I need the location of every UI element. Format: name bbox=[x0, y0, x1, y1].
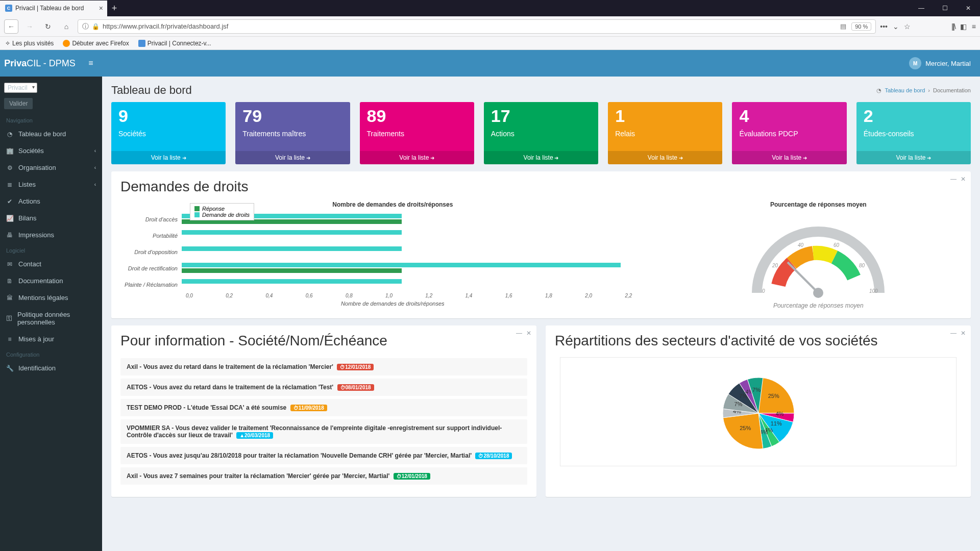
notification-item[interactable]: AETOS - Vous avez du retard dans le trai… bbox=[120, 379, 527, 396]
privacil-icon bbox=[138, 40, 145, 47]
bar-series-1 bbox=[182, 279, 402, 284]
stat-cards-row: 9 Sociétés Voir la liste 79 Traitements … bbox=[102, 102, 980, 171]
legend-swatch bbox=[194, 206, 200, 211]
sidebar-item-actions[interactable]: ✔Actions bbox=[0, 193, 102, 210]
reader-icon[interactable]: ▤ bbox=[840, 22, 846, 30]
minimize-button[interactable]: — bbox=[910, 0, 933, 16]
close-icon[interactable]: ✕ bbox=[526, 330, 531, 337]
sidebar-item-contact[interactable]: ✉Contact bbox=[0, 256, 102, 272]
back-button[interactable]: ← bbox=[4, 19, 18, 34]
sidebar-item-societes[interactable]: 🏢Sociétés‹ bbox=[0, 142, 102, 159]
collapse-icon[interactable]: — bbox=[950, 176, 957, 183]
info-icon[interactable]: ⓘ bbox=[82, 22, 89, 31]
library-icon[interactable]: |||\ bbox=[951, 22, 955, 31]
x-axis: 0,00,20,40,60,81,01,21,41,61,82,02,2 bbox=[186, 293, 665, 298]
stat-card-link[interactable]: Voir la liste bbox=[235, 151, 350, 164]
pocket-icon[interactable]: ⌄ bbox=[893, 22, 899, 31]
stat-number: 4 bbox=[739, 107, 839, 124]
collapse-icon[interactable]: — bbox=[950, 330, 957, 337]
stat-label: Traitements maîtres bbox=[242, 130, 342, 138]
breadcrumb-link[interactable]: Tableau de bord bbox=[885, 87, 925, 93]
stat-card: 2 Études-conseils Voir la liste bbox=[856, 102, 971, 164]
valider-button[interactable]: Valider bbox=[4, 98, 33, 109]
chevron-left-icon: ‹ bbox=[94, 165, 96, 170]
zoom-indicator[interactable]: 90 % bbox=[851, 22, 871, 31]
notification-item[interactable]: TEST DEMO PROD - L'étude 'Essai DCA' a é… bbox=[120, 399, 527, 416]
sidebar-item-impressions[interactable]: 🖶Impressions bbox=[0, 227, 102, 243]
sidebar-toggle[interactable]: ≡ bbox=[80, 59, 102, 68]
date-badge: ⏱08/01/2018 bbox=[337, 384, 374, 391]
sidebar-item-listes[interactable]: ≣Listes‹ bbox=[0, 176, 102, 193]
close-icon[interactable]: ✕ bbox=[961, 330, 966, 337]
bookmark-firefox-start[interactable]: Débuter avec Firefox bbox=[63, 40, 129, 47]
maximize-button[interactable]: ☐ bbox=[933, 0, 957, 16]
close-tab-icon[interactable]: × bbox=[99, 4, 103, 12]
gauge-title: Pourcentage de réponses moyen bbox=[675, 201, 962, 208]
sidebar-item-bilans[interactable]: 📈Bilans bbox=[0, 210, 102, 227]
legal-icon: 🏛 bbox=[6, 294, 13, 302]
new-tab-button[interactable]: + bbox=[107, 1, 121, 15]
tab-title: Privacil | Tableau de bord bbox=[15, 5, 84, 12]
home-button[interactable]: ⌂ bbox=[59, 19, 74, 34]
stat-card: 1 Relais Voir la liste bbox=[608, 102, 722, 164]
bar-category: Plainte / Réclamation bbox=[120, 282, 182, 288]
pie-chart: 25% 4% 11% 4% 4% 25% 4% 7% 7% 4% 7% bbox=[682, 365, 835, 457]
svg-text:60: 60 bbox=[834, 242, 840, 248]
bar-row: Droit d'opposition bbox=[120, 244, 665, 260]
stat-card-link[interactable]: Voir la liste bbox=[608, 151, 722, 164]
user-menu[interactable]: M Mercier, Martial bbox=[909, 57, 980, 69]
sidebar: Privacil Valider Navigation ◔Tableau de … bbox=[0, 77, 102, 551]
svg-text:80: 80 bbox=[859, 263, 865, 268]
print-icon: 🖶 bbox=[6, 232, 13, 239]
stat-card-link[interactable]: Voir la liste bbox=[360, 151, 474, 164]
bookmarks-bar: ✧ Les plus visités Débuter avec Firefox … bbox=[0, 37, 980, 50]
chevron-left-icon: ‹ bbox=[94, 182, 96, 187]
notification-item[interactable]: VPOMMIER SA - Vous devez valider le trai… bbox=[120, 419, 527, 444]
stat-number: 1 bbox=[615, 107, 715, 124]
sidebar-item-politique[interactable]: ⚿Politique données personnelles bbox=[0, 306, 102, 331]
close-icon[interactable]: ✕ bbox=[961, 176, 966, 183]
stat-card-link[interactable]: Voir la liste bbox=[484, 151, 598, 164]
bookmark-privacil[interactable]: Privacil | Connectez-v... bbox=[138, 40, 211, 47]
more-icon[interactable]: ••• bbox=[880, 22, 888, 31]
stat-number: 9 bbox=[118, 107, 218, 124]
notification-item[interactable]: Axil - Vous avez 7 semaines pour traiter… bbox=[120, 467, 527, 485]
bookmark-star-icon[interactable]: ☆ bbox=[904, 22, 911, 31]
stat-card: 4 Évaluations PDCP Voir la liste bbox=[732, 102, 846, 164]
bookmark-most-visited[interactable]: ✧ Les plus visités bbox=[5, 40, 54, 47]
close-window-button[interactable]: ✕ bbox=[957, 0, 980, 16]
bar-series-1 bbox=[182, 263, 621, 267]
notification-item[interactable]: AETOS - Vous avez jusqu'au 28/10/2018 po… bbox=[120, 447, 527, 464]
stat-card-link[interactable]: Voir la liste bbox=[856, 151, 971, 164]
app-topbar: PrivaCIL - DPMS ≡ M Mercier, Martial bbox=[0, 50, 980, 77]
sidebar-item-documentation[interactable]: 🗎Documentation bbox=[0, 272, 102, 289]
bar-category: Portabilité bbox=[120, 233, 182, 239]
sidebar-item-dashboard[interactable]: ◔Tableau de bord bbox=[0, 126, 102, 142]
check-icon: ✔ bbox=[6, 198, 13, 205]
sidebar-item-mises[interactable]: ≡Mises à jour bbox=[0, 331, 102, 347]
forward-button[interactable]: → bbox=[22, 19, 37, 34]
menu-icon[interactable]: ≡ bbox=[972, 22, 976, 31]
tab-favicon: C bbox=[5, 5, 12, 12]
chevron-left-icon: ‹ bbox=[94, 148, 96, 154]
rights-panel: —✕ Demandes de droits Nombre de demandes… bbox=[111, 171, 971, 318]
notification-item[interactable]: Axil - Vous avez du retard dans le trait… bbox=[120, 358, 527, 375]
address-bar[interactable]: ⓘ 🔒 https://www.privacil.fr/private/dash… bbox=[78, 19, 876, 34]
sidebar-item-mentions[interactable]: 🏛Mentions légales bbox=[0, 289, 102, 306]
app-brand[interactable]: PrivaCIL - DPMS bbox=[0, 58, 80, 69]
company-select[interactable]: Privacil bbox=[4, 83, 37, 93]
legend-swatch bbox=[194, 212, 200, 217]
browser-tab-strip: C Privacil | Tableau de bord × + — ☐ ✕ bbox=[0, 0, 980, 16]
svg-text:20: 20 bbox=[772, 263, 778, 268]
stat-card-link[interactable]: Voir la liste bbox=[732, 151, 846, 164]
collapse-icon[interactable]: — bbox=[516, 330, 522, 337]
sidebar-icon[interactable]: ◧ bbox=[960, 22, 967, 31]
stat-card-link[interactable]: Voir la liste bbox=[111, 151, 226, 164]
sidebar-item-identification[interactable]: 🔧Identification bbox=[0, 360, 102, 377]
browser-tab[interactable]: C Privacil | Tableau de bord × bbox=[0, 1, 107, 16]
sidebar-item-organisation[interactable]: ⚙Organisation‹ bbox=[0, 159, 102, 176]
bar-legend: Réponse Demande de droits bbox=[190, 203, 254, 220]
sectors-panel: —✕ Répartitions des secteurs d'activité … bbox=[546, 325, 971, 497]
bar-row: Portabilité bbox=[120, 228, 665, 244]
reload-button[interactable]: ↻ bbox=[41, 19, 55, 34]
